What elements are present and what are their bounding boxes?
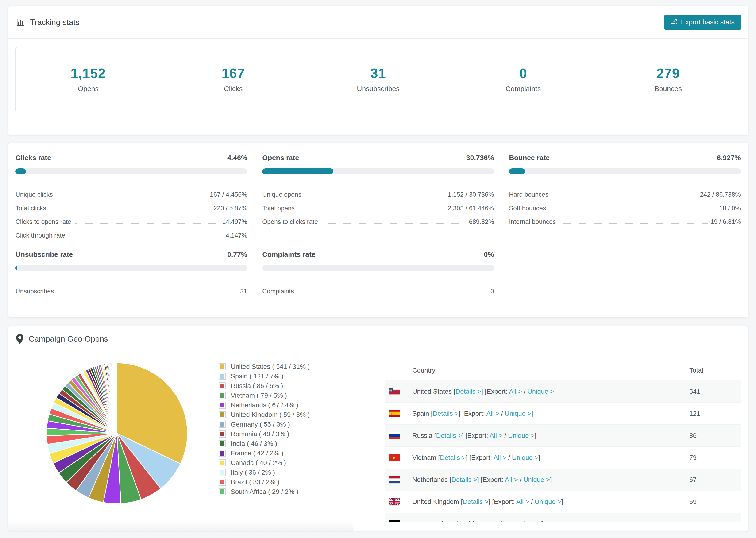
rate-progress-fill <box>16 265 17 271</box>
detail-value: 0 <box>490 288 494 295</box>
export-all-link[interactable]: All > <box>490 432 503 439</box>
rate-progress-bar <box>509 168 741 174</box>
nl-flag-icon <box>389 476 400 483</box>
es-flag-icon <box>389 410 400 417</box>
export-unique-link[interactable]: Unique > <box>508 432 535 439</box>
details-link[interactable]: Details > <box>463 498 489 506</box>
details-link[interactable]: Details > <box>456 388 481 395</box>
stat-value: 279 <box>596 65 740 81</box>
rate-value: 6.927% <box>717 154 741 162</box>
rate-title: Unsubscribe rate <box>16 250 73 258</box>
legend-item-germany[interactable]: Germany ( 55 / 3% ) <box>219 419 310 429</box>
details-link[interactable]: Details > <box>440 454 466 461</box>
total-cell: 59 <box>689 498 697 506</box>
legend-label: Netherlands ( 67 / 4% ) <box>231 402 298 409</box>
export-unique-link[interactable]: Unique > <box>523 476 550 483</box>
country-cell: Vietnam [Details >] [Export: All > / Uni… <box>385 454 689 461</box>
detail-label: Soft bounces <box>509 205 546 212</box>
rate-title: Bounce rate <box>509 154 550 162</box>
detail-value: 167 / 4.456% <box>210 191 247 198</box>
legend-item-romania[interactable]: Romania ( 49 / 3% ) <box>219 429 310 439</box>
dotted-leader <box>68 237 223 237</box>
rate-title: Clicks rate <box>16 154 51 162</box>
rate-progress-bar <box>262 168 494 174</box>
detail-label: Click through rate <box>16 232 65 239</box>
detail-label: Complaints <box>262 288 294 295</box>
rate-detail-row: Complaints0 <box>262 282 494 295</box>
map-pin-icon <box>16 334 24 344</box>
rate-progress-fill <box>16 168 26 174</box>
table-row-spain: Spain [Details >] [Export: All > / Uniqu… <box>385 402 741 424</box>
total-cell: 79 <box>689 454 697 461</box>
legend-item-united-states[interactable]: United States ( 541 / 31% ) <box>219 362 310 371</box>
stat-label: Bounces <box>596 85 740 93</box>
legend-item-spain[interactable]: Spain ( 121 / 7% ) <box>219 371 310 381</box>
ru-flag-icon <box>389 432 400 439</box>
export-unique-link[interactable]: Unique > <box>535 498 561 506</box>
legend-swatch <box>219 382 226 389</box>
legend-label: Romania ( 49 / 3% ) <box>231 430 289 438</box>
table-row-netherlands: Netherlands [Details >] [Export: All > /… <box>385 468 741 491</box>
rate-value: 30.736% <box>466 154 494 162</box>
country-cell: United States [Details >] [Export: All >… <box>385 388 689 395</box>
legend-item-south-africa[interactable]: South Africa ( 29 / 2% ) <box>219 487 310 497</box>
legend-label: South Africa ( 29 / 2% ) <box>231 488 298 496</box>
rate-detail-row: Click through rate4.147% <box>16 226 247 239</box>
bottom-fade-overlay <box>8 521 353 531</box>
total-cell: 67 <box>689 476 697 484</box>
country-links: United States [Details >] [Export: All >… <box>412 388 556 395</box>
export-unique-link[interactable]: Unique > <box>527 388 554 395</box>
export-all-link[interactable]: All > <box>505 476 518 483</box>
legend-item-vietnam[interactable]: Vietnam ( 79 / 5% ) <box>219 391 310 400</box>
total-cell: 541 <box>689 388 700 395</box>
export-icon <box>671 18 677 27</box>
details-link[interactable]: Details > <box>433 410 459 417</box>
detail-label: Hard bounces <box>509 191 549 198</box>
export-unique-link[interactable]: Unique > <box>512 454 538 461</box>
detail-value: 2,303 / 61.446% <box>448 205 494 212</box>
legend-swatch <box>219 469 226 476</box>
detail-value: 689.82% <box>469 218 494 226</box>
export-all-link[interactable]: All > <box>486 410 499 417</box>
legend-item-brazil[interactable]: Brazil ( 33 / 2% ) <box>219 477 310 487</box>
detail-value: 1,152 / 30.736% <box>448 191 494 198</box>
export-unique-link[interactable]: Unique > <box>515 520 541 522</box>
export-button-label: Export basic stats <box>681 18 735 26</box>
rate-detail-row: Soft bounces18 / 0% <box>509 198 741 212</box>
stat-box-complaints: 0Complaints <box>451 47 595 112</box>
rate-section-unsubscribe-rate: Unsubscribe rate0.77%Unsubscribes31 <box>16 250 247 295</box>
details-link[interactable]: Details > <box>443 520 469 522</box>
detail-value: 14.497% <box>222 218 247 226</box>
details-link[interactable]: Details > <box>452 476 477 483</box>
legend-item-canada[interactable]: Canada ( 40 / 2% ) <box>219 458 310 467</box>
export-all-link[interactable]: All > <box>509 388 522 395</box>
rate-detail-row: Opens to clicks rate689.82% <box>262 212 494 226</box>
legend-label: Russia ( 86 / 5% ) <box>231 382 283 390</box>
legend-item-italy[interactable]: Italy ( 36 / 2% ) <box>219 467 310 477</box>
export-unique-link[interactable]: Unique > <box>505 410 531 417</box>
legend-item-india[interactable]: India ( 46 / 3% ) <box>219 439 310 448</box>
details-link[interactable]: Details > <box>436 432 462 439</box>
legend-item-france[interactable]: France ( 42 / 2% ) <box>219 448 310 458</box>
rate-title: Opens rate <box>262 154 299 162</box>
export-basic-stats-button[interactable]: Export basic stats <box>665 15 741 30</box>
legend-item-netherlands[interactable]: Netherlands ( 67 / 4% ) <box>219 400 310 410</box>
country-links: Spain [Details >] [Export: All > / Uniqu… <box>412 410 533 417</box>
de-flag-icon <box>389 520 400 522</box>
export-all-link[interactable]: All > <box>516 498 529 506</box>
country-links: United Kingdom [Details >] [Export: All … <box>412 498 563 506</box>
legend-label: United States ( 541 / 31% ) <box>231 363 310 370</box>
export-all-link[interactable]: All > <box>497 520 510 522</box>
legend-item-united-kingdom[interactable]: United Kingdom ( 59 / 3% ) <box>219 410 310 419</box>
vn-flag-icon <box>389 454 400 461</box>
legend-item-russia[interactable]: Russia ( 86 / 5% ) <box>219 381 310 391</box>
stat-value: 0 <box>451 65 595 81</box>
rate-detail-row: Hard bounces242 / 86.738% <box>509 185 741 198</box>
rate-section-clicks-rate: Clicks rate4.46%Unique clicks167 / 4.456… <box>16 154 247 239</box>
total-cell: 86 <box>689 432 697 439</box>
stat-value: 31 <box>306 65 451 81</box>
stat-boxes: 1,152Opens167Clicks31Unsubscribes0Compla… <box>16 47 741 112</box>
country-cell: United Kingdom [Details >] [Export: All … <box>385 498 689 506</box>
export-all-link[interactable]: All > <box>494 454 507 461</box>
bar-chart-icon <box>16 18 25 27</box>
